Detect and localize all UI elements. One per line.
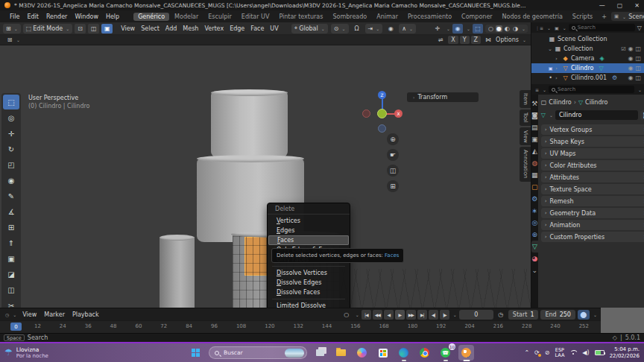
add-workspace-button[interactable]: +	[599, 13, 610, 20]
clock-icon[interactable]: ◷	[496, 310, 506, 320]
workspace-tab[interactable]: Scripts	[568, 13, 597, 21]
tool-settings-icon[interactable]: ⊞	[4, 35, 15, 45]
gizmo-z-axis[interactable]: Z	[378, 91, 386, 99]
camera-view-icon[interactable]: ◫	[387, 165, 399, 177]
properties-tab[interactable]: ⚙	[531, 193, 538, 205]
properties-section[interactable]: › Color Attributes ∷	[541, 160, 644, 171]
auto-keying-record-icon[interactable]: ○	[341, 310, 352, 320]
delete-menu-item[interactable]	[272, 266, 345, 267]
gizmo-negative-x-axis[interactable]	[362, 109, 370, 118]
sidebar-tab[interactable]: Item	[520, 90, 531, 108]
tool-button[interactable]: ⇑	[3, 235, 19, 250]
expand-chevron-icon[interactable]: ›	[555, 66, 560, 72]
workspace-tab[interactable]: Animar	[372, 13, 402, 21]
timeline-menu-item[interactable]: Marker	[40, 311, 69, 318]
mirror-axis-button[interactable]: Z	[471, 36, 481, 44]
sidebar-tab[interactable]: View	[520, 127, 531, 146]
playhead-frame-badge[interactable]: 0	[10, 323, 22, 331]
minimize-button[interactable]: —	[599, 2, 605, 9]
tool-button[interactable]: ✛	[3, 126, 19, 141]
workspace-tab[interactable]: Editar UV	[237, 13, 274, 21]
falloff-dropdown[interactable]: ∧⌄	[399, 24, 416, 34]
viewport-menu-item[interactable]: Select	[138, 25, 162, 32]
delete-menu-item[interactable]: Dissolve Edges	[268, 278, 350, 288]
properties-section[interactable]: › Custom Properties ∷	[541, 232, 644, 242]
face-select-mode-button[interactable]: ▣	[101, 24, 113, 34]
properties-filter-icon[interactable]: ≡	[535, 87, 539, 92]
pan-hand-icon[interactable]: ☛	[387, 149, 399, 161]
blender-taskbar-button[interactable]	[458, 345, 474, 361]
workspace-tab[interactable]: Pintar texturas	[274, 13, 327, 21]
timeline-menu-item[interactable]: Playback	[69, 311, 103, 318]
tool-button[interactable]: ∡	[3, 204, 19, 219]
maximize-button[interactable]: ▢	[617, 2, 623, 9]
keying-set-icon[interactable]: ⬤	[578, 310, 590, 320]
mode-dropdown[interactable]: ⬚Edit Mode⌄	[23, 24, 72, 34]
snap-toggle-magnet-icon[interactable]: Ω	[352, 24, 362, 34]
delete-menu-item[interactable]: Faces	[268, 235, 349, 245]
properties-tab[interactable]: ◭	[531, 145, 538, 157]
pivot-point-dropdown[interactable]: ⊙⌄	[331, 24, 349, 34]
expand-chevron-icon[interactable]: ⌄	[548, 46, 552, 52]
transport-button[interactable]: ◀	[384, 310, 394, 320]
menu-item[interactable]: Render	[42, 13, 71, 20]
transport-button[interactable]: ▶|	[417, 310, 427, 320]
frame-start-field[interactable]: Start 1	[508, 310, 539, 320]
delete-menu-item[interactable]: Dissolve Faces	[268, 288, 350, 297]
properties-tab[interactable]: ▽	[531, 241, 538, 253]
snapping-dropdown[interactable]: ⇥⌄	[365, 24, 383, 34]
scene-selector[interactable]: ▣⌄ Scene ⧉ ✕	[611, 12, 644, 21]
mirror-axis-button[interactable]: Y	[460, 36, 470, 44]
solid-shading-icon[interactable]: ●	[496, 25, 502, 32]
transport-button[interactable]: |▶	[440, 310, 449, 320]
tool-button[interactable]: ◰	[3, 157, 19, 172]
properties-search-input[interactable]	[558, 86, 631, 92]
transport-button[interactable]: ◀|	[429, 310, 438, 320]
disable-render-icon[interactable]	[635, 45, 641, 52]
properties-options-chevron-icon[interactable]: ⌄	[638, 87, 642, 92]
timeline-ruler[interactable]: 0 12243648607284961081201321441561681801…	[0, 320, 601, 333]
properties-tab[interactable]: ⌄	[531, 264, 538, 276]
outliner-search[interactable]	[569, 24, 635, 31]
timeline-menu-item[interactable]: View	[19, 311, 40, 318]
viewport-menu-item[interactable]: UV	[267, 25, 281, 32]
volume-icon[interactable]: ◀)	[582, 349, 589, 356]
disable-render-icon[interactable]	[635, 65, 641, 72]
workspace-tab[interactable]: Genérico	[133, 13, 169, 21]
vertex-select-mode-button[interactable]: ⊡	[75, 24, 86, 34]
properties-section[interactable]: › Attributes ∷	[541, 172, 644, 182]
transport-button[interactable]: |◀	[362, 310, 371, 320]
properties-tab[interactable]: ⊛	[531, 229, 538, 241]
delete-menu-item[interactable]: Edges	[268, 226, 350, 235]
viewport-menu-item[interactable]: View	[118, 25, 138, 32]
properties-tab[interactable]: ◍	[531, 157, 538, 169]
viewport-menu-item[interactable]: Mesh	[180, 25, 201, 32]
workspace-tab[interactable]: Procesamiento	[403, 13, 456, 21]
zoom-icon[interactable]: ⊕	[387, 133, 399, 145]
onedrive-sync-icon[interactable]: ⟳	[534, 349, 540, 356]
gizmo-negative-z-axis[interactable]	[378, 124, 386, 133]
wifi-icon[interactable]	[569, 350, 577, 355]
proportional-editing-icon[interactable]: ◉	[385, 24, 396, 34]
edge-select-mode-button[interactable]: ◫	[88, 24, 99, 34]
wireframe-shading-icon[interactable]: ○	[487, 25, 494, 32]
tool-button[interactable]: ⬚	[3, 95, 19, 109]
tool-button[interactable]: ◫	[3, 282, 19, 297]
filter-funnel-icon[interactable]: ▽	[637, 25, 642, 31]
viewport-menu-item[interactable]: Add	[162, 25, 180, 32]
outliner-row[interactable]: › Cilindro ☑	[531, 63, 644, 73]
properties-tab[interactable]: ▦	[531, 169, 538, 181]
sidebar-tab[interactable]: Tool	[520, 109, 531, 126]
timeline-editor-icon[interactable]: ◷	[5, 312, 9, 317]
mic-muted-icon[interactable]: ⊘	[545, 349, 550, 356]
tool-button[interactable]: ✂	[3, 298, 19, 308]
properties-tab[interactable]: ∗	[531, 205, 538, 217]
tool-button[interactable]: ◉	[3, 173, 19, 188]
tool-button[interactable]: ✎	[3, 188, 19, 203]
edge-button[interactable]	[396, 345, 411, 361]
start-button[interactable]	[188, 345, 203, 361]
tool-button[interactable]: ◪	[3, 267, 19, 282]
properties-tab[interactable]: ◙	[531, 109, 538, 121]
gizmo-y-axis[interactable]	[377, 109, 387, 118]
checkbox-icon[interactable]: ☑	[621, 46, 625, 52]
